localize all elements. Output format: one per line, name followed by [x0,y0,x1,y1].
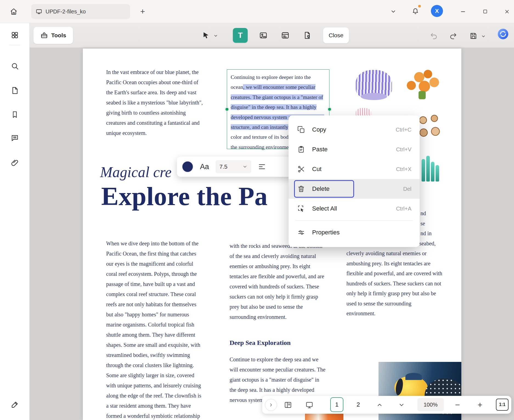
select-all-label: Select All [312,205,396,212]
selection-handle-right[interactable] [327,107,332,111]
undo-button[interactable] [428,31,440,41]
sidebar-attachments-button[interactable] [9,157,21,169]
left-sidebar [0,23,30,420]
properties-label: Properties [312,229,411,236]
bell-icon [412,7,419,15]
font-size-dropdown[interactable]: 7.5 [216,160,251,173]
edit-toolbar: Tools T Close [30,23,514,48]
textbox-line: ocean, we will encounter some peculiar [231,82,329,92]
user-avatar[interactable]: X [431,5,443,17]
purple-anemone-image [356,70,392,98]
next-page-button[interactable] [396,401,407,409]
text-format-bar: Aa 7.5 [177,157,295,177]
thumbnail-panel-button[interactable] [283,400,293,410]
column-2-paragraph: with the rocks and seaweeds at the botto… [230,241,327,322]
reader-view-icon [284,401,292,409]
selection-handle-left[interactable] [225,107,229,111]
text-color-swatch[interactable] [182,161,193,172]
chevron-down-icon [398,402,405,408]
select-all-icon [297,205,305,212]
sidebar-pages-button[interactable] [9,84,21,97]
minus-icon: − [455,400,460,410]
align-text-icon[interactable] [258,163,266,171]
close-window-button[interactable] [501,5,513,18]
zoom-level-display[interactable]: 100% [417,398,444,411]
image-tool-button[interactable] [257,30,269,41]
previous-page-button[interactable] [374,401,385,409]
zoom-out-button[interactable]: − [452,400,463,410]
close-edit-mode-button[interactable]: Close [323,27,349,43]
delete-shortcut: Del [403,186,411,192]
ai-assistant-button[interactable] [497,28,509,40]
context-menu-item-cut[interactable]: Cut Ctrl+X [289,159,420,179]
menu-divider [295,220,413,221]
minimize-icon [460,8,466,15]
text-tool-button-active[interactable]: T [233,28,248,43]
paste-shortcut: Ctrl+V [396,146,411,153]
sidebar-apps-button[interactable] [9,29,21,41]
stamp-tool-button[interactable] [301,30,313,41]
tab-list-button[interactable] [387,5,399,18]
form-tool-button[interactable] [279,30,291,41]
deep-sea-heading: Deep Sea Exploration [230,338,327,348]
maximize-button[interactable] [479,5,491,18]
select-tool-button[interactable] [200,30,212,41]
form-fields-icon [281,31,290,40]
home-button[interactable] [7,4,21,19]
close-edit-label: Close [329,32,343,39]
actual-size-button[interactable]: 1:1 [496,399,509,411]
document-viewport: In the vast embrace of our blue planet, … [30,48,514,420]
presentation-mode-button[interactable] [304,400,315,410]
select-tool-dropdown[interactable] [212,32,219,39]
column-2[interactable]: with the rocks and seaweeds at the botto… [230,241,327,405]
tools-button[interactable]: Tools [33,27,73,44]
cut-shortcut: Ctrl+X [396,166,411,172]
textbox-line: disguise" in the deep sea. It has a high… [231,102,329,112]
teal-tube-coral-image [422,155,441,181]
avatar-letter: X [435,8,439,14]
paste-icon [297,146,305,153]
context-menu-item-copy[interactable]: Copy Ctrl+C [289,120,420,140]
tools-label: Tools [51,32,66,39]
document-tab[interactable]: UPDF-2-files_ko [31,4,130,19]
font-style-button[interactable]: Aa [200,163,209,171]
context-menu: Copy Ctrl+C Paste Ctrl+V Cut Ctrl+X Dele… [289,115,420,247]
sidebar-signature-button[interactable] [9,399,21,411]
save-dropdown[interactable] [480,33,487,39]
heading-main[interactable]: Explore the Pa [101,181,268,211]
current-page-indicator[interactable]: 1 [330,397,343,412]
maximize-icon [482,9,488,14]
copy-shortcut: Ctrl+C [396,127,411,133]
monitor-icon [36,8,42,15]
next-page-number[interactable]: 2 [352,397,365,412]
new-tab-button[interactable]: + [137,6,148,17]
delete-highlight-ring [294,180,354,198]
sidebar-comments-button[interactable] [9,132,21,144]
save-icon [469,32,478,40]
text-tool-icon: T [238,31,242,40]
context-menu-item-properties[interactable]: Properties [289,223,420,242]
page-pin-icon [303,31,312,40]
redo-button[interactable] [447,31,459,41]
minimize-button[interactable] [457,5,469,18]
chevron-down-icon [481,34,486,39]
context-menu-item-delete[interactable]: Delete Del [289,179,420,199]
chevron-down-icon [390,8,396,15]
plus-icon: + [140,7,145,16]
heading-italic[interactable]: Magical cre [100,164,171,181]
undo-icon [430,32,438,40]
sidebar-search-button[interactable] [9,60,21,72]
zoom-in-button[interactable]: + [475,400,485,410]
context-menu-item-paste[interactable]: Paste Ctrl+V [289,140,420,159]
expand-bar-button[interactable] [265,399,277,411]
column-1-paragraph[interactable]: When we dive deep into the bottom of the… [106,239,203,420]
context-menu-item-select-all[interactable]: Select All Ctrl+A [289,199,420,218]
paperclip-icon [11,159,19,167]
cut-label: Cut [312,166,396,173]
copy-label: Copy [312,126,396,133]
save-button[interactable] [467,30,479,41]
paragraph-intro[interactable]: In the vast embrace of our blue planet, … [106,67,203,138]
paste-label: Paste [312,146,396,153]
sidebar-bookmarks-button[interactable] [9,109,21,121]
notifications-button[interactable] [409,5,421,17]
